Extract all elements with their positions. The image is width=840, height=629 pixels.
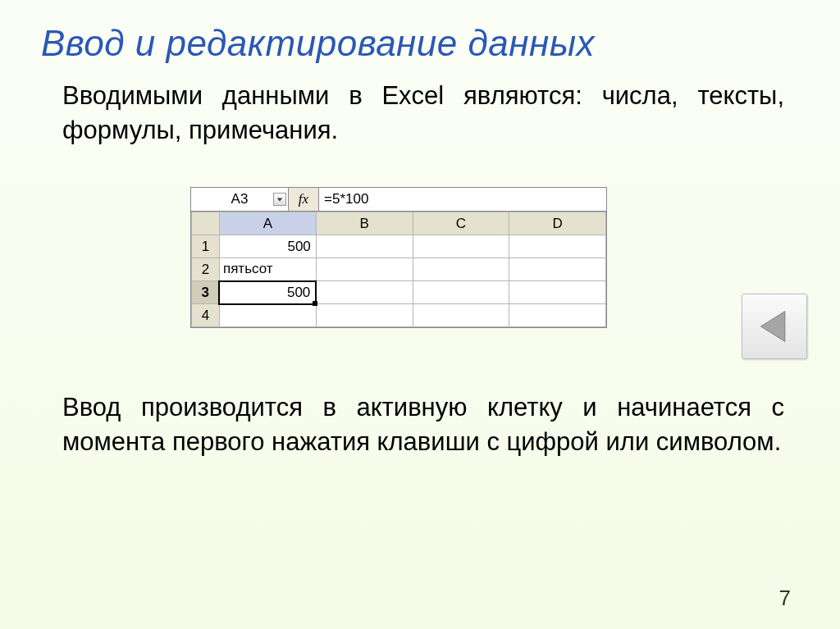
formula-input[interactable]: =5*100 bbox=[319, 188, 606, 211]
slide: Ввод и редактирование данных Вводимыми д… bbox=[0, 0, 840, 629]
cell-a1[interactable]: 500 bbox=[219, 235, 316, 258]
col-header-b[interactable]: B bbox=[316, 212, 413, 235]
name-box-dropdown[interactable] bbox=[273, 193, 286, 206]
col-header-c[interactable]: C bbox=[413, 212, 509, 235]
cell-b4[interactable] bbox=[316, 304, 413, 327]
cell-a3-active[interactable]: 500 bbox=[219, 281, 316, 304]
col-header-a[interactable]: A bbox=[219, 212, 316, 235]
formula-text: =5*100 bbox=[324, 191, 368, 207]
cell-c2[interactable] bbox=[413, 258, 509, 281]
page-number: 7 bbox=[779, 586, 791, 611]
name-box[interactable]: A3 bbox=[191, 188, 289, 211]
svg-marker-0 bbox=[277, 198, 282, 201]
chevron-down-icon bbox=[276, 196, 283, 203]
cell-c4[interactable] bbox=[413, 304, 509, 327]
formula-bar: A3 fx =5*100 bbox=[191, 188, 606, 212]
cell-b3[interactable] bbox=[316, 281, 413, 304]
fx-icon: fx bbox=[299, 191, 308, 207]
row-header-3[interactable]: 3 bbox=[192, 281, 220, 304]
paragraph-2: Ввод производится в активную клетку и на… bbox=[62, 390, 784, 459]
cell-b1[interactable] bbox=[316, 235, 413, 258]
back-button[interactable] bbox=[742, 294, 807, 359]
spreadsheet-grid: A B C D 1 500 2 пятьсот 3 500 bbox=[191, 212, 606, 327]
cell-c3[interactable] bbox=[413, 281, 509, 304]
cell-c1[interactable] bbox=[413, 235, 509, 258]
table-row: 2 пятьсот bbox=[192, 258, 606, 281]
cell-d2[interactable] bbox=[509, 258, 606, 281]
slide-title: Ввод и редактирование данных bbox=[41, 23, 595, 64]
paragraph-1: Вводимыми данными в Excel являются: числ… bbox=[62, 79, 784, 148]
cell-a2[interactable]: пятьсот bbox=[219, 258, 316, 281]
table-row: 1 500 bbox=[192, 235, 606, 258]
name-box-value: A3 bbox=[231, 191, 249, 207]
select-all-corner[interactable] bbox=[192, 212, 220, 235]
cell-a4[interactable] bbox=[219, 304, 316, 327]
fill-handle[interactable] bbox=[313, 301, 317, 306]
row-header-2[interactable]: 2 bbox=[192, 258, 220, 281]
cell-d1[interactable] bbox=[509, 235, 606, 258]
row-header-1[interactable]: 1 bbox=[192, 235, 220, 258]
triangle-left-icon bbox=[756, 308, 793, 345]
cell-d3[interactable] bbox=[509, 281, 606, 304]
cell-a3-value: 500 bbox=[287, 285, 310, 300]
header-row: A B C D bbox=[192, 212, 606, 235]
svg-marker-1 bbox=[760, 312, 784, 342]
fx-button[interactable]: fx bbox=[289, 188, 319, 211]
col-header-d[interactable]: D bbox=[509, 212, 606, 235]
row-header-4[interactable]: 4 bbox=[192, 304, 220, 327]
table-row: 3 500 bbox=[192, 281, 606, 304]
cell-b2[interactable] bbox=[316, 258, 413, 281]
excel-screenshot: A3 fx =5*100 A B C D 1 500 bbox=[190, 187, 607, 328]
table-row: 4 bbox=[192, 304, 606, 327]
cell-d4[interactable] bbox=[509, 304, 606, 327]
